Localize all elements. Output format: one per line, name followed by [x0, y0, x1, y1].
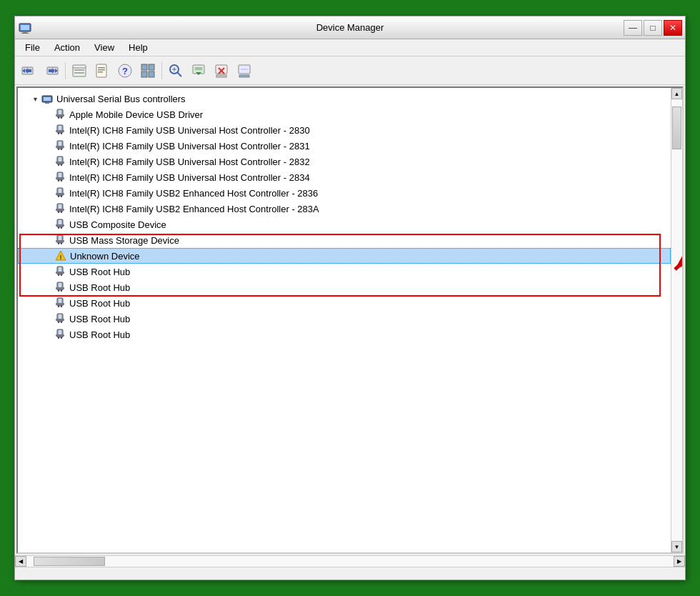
svg-rect-82 — [61, 227, 62, 229]
svg-rect-70 — [56, 193, 64, 195]
disable-button[interactable] — [234, 61, 255, 81]
help-button[interactable]: ? — [114, 61, 136, 81]
item-label-usb-root-hub-1: USB Root Hub — [69, 267, 130, 277]
svg-rect-108 — [58, 321, 59, 323]
back-button[interactable] — [18, 61, 39, 81]
svg-text:?: ? — [122, 66, 128, 76]
tree-item-ich8-2832[interactable]: Intel(R) ICH8 Family USB Universal Host … — [18, 154, 671, 169]
tree-item-ich8-2834[interactable]: Intel(R) ICH8 Family USB Universal Host … — [18, 169, 671, 185]
svg-rect-56 — [58, 148, 59, 150]
svg-rect-101 — [59, 299, 61, 304]
tree-items-container: Apple Mobile Device USB Driver Intel(R) … — [18, 106, 671, 342]
maximize-button[interactable]: □ — [644, 20, 662, 36]
svg-rect-13 — [74, 72, 84, 74]
status-bar — [15, 567, 685, 580]
tree-item-ich8-283a[interactable]: Intel(R) ICH8 Family USB2 Enhanced Host … — [18, 201, 671, 217]
forward-button[interactable] — [41, 61, 62, 81]
usb-icon — [54, 281, 66, 294]
menu-file[interactable]: File — [18, 41, 47, 54]
usb-icon — [54, 312, 66, 325]
titlebar-buttons: — □ ✕ — [624, 20, 682, 36]
svg-rect-84 — [59, 236, 61, 241]
tree-item-usb-root-hub-4[interactable]: USB Root Hub — [18, 311, 671, 327]
usb-icon — [54, 108, 66, 121]
expand-icon[interactable]: ▾ — [29, 93, 41, 104]
usb-icon — [54, 218, 66, 231]
usb-icon — [54, 124, 66, 136]
tree-item-ich8-2831[interactable]: Intel(R) ICH8 Family USB Universal Host … — [18, 138, 671, 154]
svg-rect-36 — [216, 75, 226, 77]
svg-rect-17 — [98, 71, 103, 73]
scroll-track-h[interactable] — [26, 556, 674, 567]
category-label: Universal Serial Bus controllers — [56, 94, 186, 104]
tree-item-usb-root-hub-3[interactable]: USB Root Hub — [18, 295, 671, 311]
svg-rect-12 — [74, 69, 84, 71]
usb-icon — [54, 234, 66, 247]
svg-rect-46 — [58, 116, 59, 119]
svg-rect-69 — [59, 189, 61, 194]
item-label-usb-root-hub-2: USB Root Hub — [69, 282, 130, 293]
tree-view[interactable]: ▾ Universal Serial Bus controllers Apple… — [18, 88, 671, 552]
svg-rect-102 — [56, 303, 64, 305]
usb-icon — [54, 155, 66, 168]
app-icon — [18, 21, 32, 35]
view-details-button[interactable] — [69, 61, 90, 81]
svg-rect-114 — [61, 337, 62, 339]
svg-text:!: ! — [60, 254, 62, 261]
menu-action[interactable]: Action — [47, 41, 87, 54]
svg-rect-66 — [58, 179, 59, 182]
svg-rect-57 — [61, 148, 62, 150]
item-label-ich8-2831: Intel(R) ICH8 Family USB Universal Host … — [69, 141, 310, 152]
svg-rect-16 — [98, 69, 105, 71]
usb-icon — [54, 187, 66, 199]
tree-item-usb-root-hub-1[interactable]: USB Root Hub — [18, 264, 671, 279]
scroll-left-button[interactable]: ◀ — [15, 556, 26, 567]
svg-rect-98 — [58, 289, 59, 292]
svg-rect-23 — [149, 71, 154, 77]
svg-rect-41 — [44, 97, 51, 101]
titlebar: Device Manager — □ ✕ — [15, 16, 685, 39]
tree-item-usb-mass-storage[interactable]: USB Mass Storage Device — [18, 232, 671, 248]
usb-icon — [54, 328, 66, 341]
close-button[interactable]: ✕ — [664, 20, 682, 36]
svg-rect-87 — [61, 242, 62, 244]
update-driver-button[interactable] — [188, 61, 209, 81]
svg-rect-91 — [59, 267, 61, 272]
tree-item-usb-root-hub-2[interactable]: USB Root Hub — [18, 279, 671, 295]
menu-help[interactable]: Help — [121, 41, 155, 54]
grid-view-button[interactable] — [137, 61, 159, 81]
svg-rect-55 — [56, 146, 64, 148]
tree-item-unknown-device[interactable]: ! Unknown Device — [18, 248, 671, 264]
usb-icon — [54, 297, 66, 309]
scroll-up-button[interactable]: ▲ — [671, 88, 682, 99]
svg-rect-20 — [141, 64, 147, 70]
titlebar-left — [18, 21, 32, 35]
scroll-track-v[interactable] — [671, 99, 682, 541]
svg-rect-107 — [56, 319, 64, 321]
scan-button[interactable] — [165, 61, 186, 81]
scroll-thumb-h[interactable] — [34, 557, 105, 566]
svg-rect-62 — [61, 164, 62, 166]
uninstall-button[interactable] — [211, 61, 232, 81]
properties-button[interactable] — [91, 61, 113, 81]
tree-item-usb-composite[interactable]: USB Composite Device — [18, 217, 671, 232]
tree-item-ich8-2836[interactable]: Intel(R) ICH8 Family USB2 Enhanced Host … — [18, 185, 671, 201]
menubar: File Action View Help — [15, 39, 685, 56]
tree-item-ich8-2830[interactable]: Intel(R) ICH8 Family USB Universal Host … — [18, 122, 671, 138]
svg-rect-67 — [61, 179, 62, 182]
vertical-scrollbar[interactable]: ▲ ▼ — [671, 88, 682, 552]
svg-rect-104 — [61, 305, 62, 307]
category-usb-controllers[interactable]: ▾ Universal Serial Bus controllers — [18, 91, 671, 106]
menu-view[interactable]: View — [87, 41, 121, 54]
tree-item-usb-root-hub-5[interactable]: USB Root Hub — [18, 327, 671, 342]
scroll-down-button[interactable]: ▼ — [671, 541, 682, 552]
scroll-thumb-v[interactable] — [672, 106, 681, 149]
window-title: Device Manager — [316, 22, 384, 33]
svg-rect-42 — [45, 102, 49, 104]
minimize-button[interactable]: — — [624, 20, 642, 36]
tree-item-apple-mobile[interactable]: Apple Mobile Device USB Driver — [18, 106, 671, 122]
svg-rect-21 — [149, 64, 154, 70]
scroll-right-button[interactable]: ▶ — [674, 556, 685, 567]
svg-rect-61 — [58, 164, 59, 166]
horizontal-scrollbar[interactable]: ◀ ▶ — [15, 555, 685, 567]
